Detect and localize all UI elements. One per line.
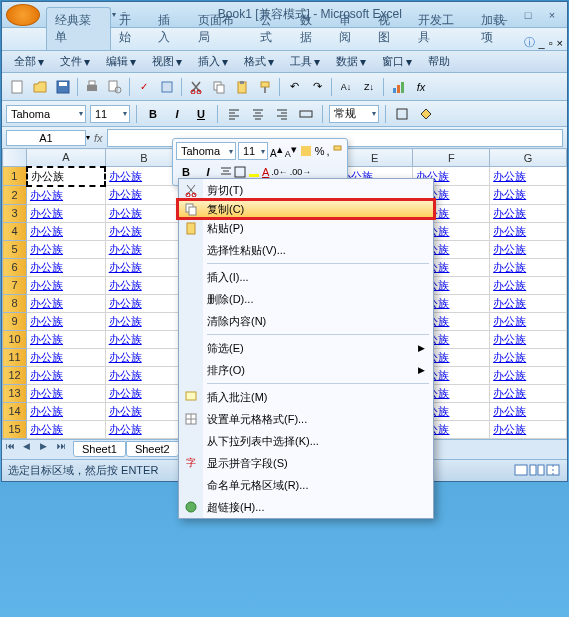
mini-borders-icon[interactable] bbox=[234, 166, 246, 178]
cell[interactable]: 办公族 bbox=[490, 294, 567, 312]
cell[interactable]: 办公族 bbox=[27, 312, 106, 330]
cell[interactable]: 办公族 bbox=[105, 420, 183, 438]
align-right-icon[interactable] bbox=[272, 104, 292, 124]
help-icon[interactable]: ⓘ bbox=[524, 35, 535, 50]
namebox-dropdown-icon[interactable]: ▾ bbox=[86, 133, 90, 142]
cell[interactable]: 办公族 bbox=[27, 384, 106, 402]
cell[interactable]: 办公族 bbox=[490, 240, 567, 258]
view-layout-icon[interactable] bbox=[529, 463, 545, 477]
col-header[interactable]: E bbox=[336, 149, 413, 167]
last-sheet-icon[interactable]: ⏭ bbox=[57, 441, 73, 457]
menu-view[interactable]: 视图 ▾ bbox=[144, 52, 190, 71]
menu-edit[interactable]: 编辑 ▾ bbox=[98, 52, 144, 71]
tab-home[interactable]: 开始 bbox=[111, 8, 150, 50]
cell[interactable]: 办公族 bbox=[27, 204, 106, 222]
name-box[interactable]: A1 bbox=[6, 130, 86, 146]
cell[interactable]: 办公族 bbox=[27, 222, 106, 240]
close-button[interactable]: × bbox=[541, 6, 563, 24]
function-icon[interactable]: fx bbox=[410, 76, 432, 98]
mini-format-painter-icon[interactable] bbox=[332, 145, 344, 157]
cell[interactable]: 办公族 bbox=[105, 312, 183, 330]
sort-asc-icon[interactable]: A↓ bbox=[335, 76, 357, 98]
cell[interactable]: 办公族 bbox=[105, 204, 183, 222]
tab-developer[interactable]: 开发工具 bbox=[410, 8, 473, 50]
mini-font-color-icon[interactable]: A bbox=[262, 166, 269, 178]
mini-comma-icon[interactable]: , bbox=[326, 145, 329, 157]
ctx-copy[interactable]: 复制(C) bbox=[176, 198, 436, 220]
menu-window[interactable]: 窗口 ▾ bbox=[374, 52, 420, 71]
row-header[interactable]: 12 bbox=[3, 366, 27, 384]
cell[interactable]: 办公族 bbox=[27, 240, 106, 258]
mini-decrease-decimal-icon[interactable]: .0← bbox=[271, 167, 288, 177]
row-header[interactable]: 14 bbox=[3, 402, 27, 420]
cell[interactable]: 办公族 bbox=[105, 258, 183, 276]
chart-icon[interactable] bbox=[387, 76, 409, 98]
cell[interactable]: 办公族 bbox=[490, 402, 567, 420]
align-left-icon[interactable] bbox=[224, 104, 244, 124]
row-header[interactable]: 15 bbox=[3, 420, 27, 438]
mini-size-combo[interactable]: 11 bbox=[238, 142, 268, 160]
merge-icon[interactable] bbox=[296, 104, 316, 124]
ctx-delete[interactable]: 删除(D)... bbox=[179, 288, 433, 310]
ctx-pick-from-list[interactable]: 从下拉列表中选择(K)... bbox=[179, 430, 433, 452]
cell[interactable]: 办公族 bbox=[490, 330, 567, 348]
cell[interactable]: 办公族 bbox=[105, 222, 183, 240]
tab-formulas[interactable]: 公式 bbox=[252, 8, 291, 50]
cell[interactable]: 办公族 bbox=[105, 384, 183, 402]
prev-sheet-icon[interactable]: ◀ bbox=[23, 441, 39, 457]
view-normal-icon[interactable] bbox=[513, 463, 529, 477]
tab-insert[interactable]: 插入 bbox=[150, 8, 189, 50]
italic-button[interactable]: I bbox=[167, 104, 187, 124]
cell[interactable]: 办公族 bbox=[490, 366, 567, 384]
menu-insert[interactable]: 插入 ▾ bbox=[190, 52, 236, 71]
row-header[interactable]: 13 bbox=[3, 384, 27, 402]
fill-color-icon[interactable] bbox=[416, 104, 436, 124]
menu-tools[interactable]: 工具 ▾ bbox=[282, 52, 328, 71]
first-sheet-icon[interactable]: ⏮ bbox=[6, 441, 22, 457]
redo-icon[interactable]: ↷ bbox=[306, 76, 328, 98]
minimize-ribbon-icon[interactable]: _ bbox=[539, 37, 545, 49]
cell[interactable]: 办公族 bbox=[27, 276, 106, 294]
sort-desc-icon[interactable]: Z↓ bbox=[358, 76, 380, 98]
cell[interactable]: 办公族 bbox=[27, 294, 106, 312]
tab-view[interactable]: 视图 bbox=[370, 8, 409, 50]
mini-align-icon[interactable] bbox=[220, 166, 232, 178]
tab-addins[interactable]: 加载项 bbox=[473, 8, 524, 50]
row-header[interactable]: 7 bbox=[3, 276, 27, 294]
cell[interactable]: 办公族 bbox=[27, 402, 106, 420]
cell[interactable]: 办公族 bbox=[105, 330, 183, 348]
select-all-corner[interactable] bbox=[3, 149, 27, 167]
ctx-clear[interactable]: 清除内容(N) bbox=[179, 310, 433, 332]
save-icon[interactable] bbox=[52, 76, 74, 98]
menu-file[interactable]: 文件 ▾ bbox=[52, 52, 98, 71]
format-painter-icon[interactable] bbox=[254, 76, 276, 98]
cell[interactable]: 办公族 bbox=[490, 312, 567, 330]
cell[interactable]: 办公族 bbox=[490, 167, 567, 186]
print-preview-icon[interactable] bbox=[104, 76, 126, 98]
row-header[interactable]: 3 bbox=[3, 204, 27, 222]
row-header[interactable]: 10 bbox=[3, 330, 27, 348]
col-header[interactable]: A bbox=[27, 149, 106, 167]
cell[interactable]: 办公族 bbox=[490, 420, 567, 438]
row-header[interactable]: 11 bbox=[3, 348, 27, 366]
cell[interactable]: 办公族 bbox=[27, 167, 106, 186]
ctx-paste[interactable]: 粘贴(P) bbox=[179, 217, 433, 239]
mini-percent-icon[interactable]: % bbox=[315, 145, 325, 157]
menu-format[interactable]: 格式 ▾ bbox=[236, 52, 282, 71]
cell[interactable]: 办公族 bbox=[105, 348, 183, 366]
cell[interactable]: 办公族 bbox=[490, 276, 567, 294]
ctx-insert-comment[interactable]: 插入批注(M) bbox=[179, 386, 433, 408]
cell[interactable]: 办公族 bbox=[490, 384, 567, 402]
mini-fill-icon[interactable] bbox=[248, 166, 260, 178]
row-header[interactable]: 9 bbox=[3, 312, 27, 330]
ctx-filter[interactable]: 筛选(E)▶ bbox=[179, 337, 433, 359]
tab-data[interactable]: 数据 bbox=[292, 8, 331, 50]
number-format-combo[interactable]: 常规 bbox=[329, 105, 379, 123]
ctx-format-cells[interactable]: 设置单元格格式(F)... bbox=[179, 408, 433, 430]
ctx-paste-special[interactable]: 选择性粘贴(V)... bbox=[179, 239, 433, 261]
cell[interactable]: 办公族 bbox=[27, 420, 106, 438]
cell[interactable]: 办公族 bbox=[105, 240, 183, 258]
cell[interactable]: 办公族 bbox=[27, 186, 106, 205]
menu-data[interactable]: 数据 ▾ bbox=[328, 52, 374, 71]
row-header[interactable]: 6 bbox=[3, 258, 27, 276]
